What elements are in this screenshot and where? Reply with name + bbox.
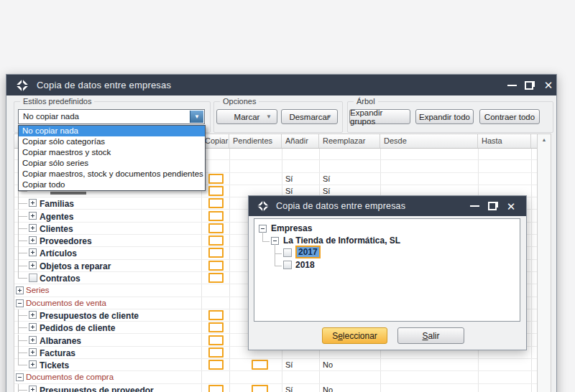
chevron-down-icon: ▼ [194, 114, 200, 120]
tree-item-label[interactable]: Facturas [40, 348, 75, 358]
anadir-value: Sí [285, 386, 293, 392]
expand-plus-icon[interactable] [29, 199, 37, 207]
tree-row-tickets[interactable]: TicketsSíNo [14, 359, 537, 371]
dialog-titlebar[interactable]: Copia de datos entre empresas ✕ [249, 196, 526, 216]
column-header-desde[interactable]: Desde [380, 134, 478, 148]
dialog-tree-row-2018[interactable]: 2018 [254, 259, 520, 271]
copiar-checkbox[interactable] [208, 273, 224, 283]
dialog-restore-button[interactable] [484, 196, 502, 216]
tree-item-label[interactable]: Albaranes [40, 336, 81, 346]
tree-connector [18, 241, 27, 241]
collapse-minus-icon[interactable] [16, 373, 24, 381]
tree-item-label[interactable]: Clientes [40, 224, 73, 234]
tree-item-label[interactable]: Presupuestos de cliente [40, 311, 139, 321]
tree-connector [18, 365, 27, 365]
tree-item-label[interactable]: Proveedores [40, 236, 92, 246]
copiar-checkbox[interactable] [208, 223, 224, 233]
expandir-todo-button[interactable]: Expandir todo [415, 109, 474, 124]
expand-plus-icon[interactable] [29, 248, 37, 256]
tree-group-label[interactable]: Documentos de compra [26, 373, 114, 381]
pendientes-checkbox[interactable] [252, 360, 268, 370]
close-button[interactable]: ✕ [540, 75, 557, 95]
dropdown-option-no-copiar-nada[interactable]: No copiar nada [19, 126, 205, 136]
expand-plus-icon[interactable] [29, 261, 37, 269]
copiar-checkbox[interactable] [208, 174, 224, 184]
tree-item-label[interactable]: Contratos [40, 274, 80, 284]
copiar-checkbox[interactable] [208, 310, 224, 320]
tree-group-label[interactable]: Series [26, 286, 50, 294]
dropdown-option-copiar-todo[interactable]: Copiar todo [19, 179, 205, 190]
copiar-checkbox[interactable] [208, 360, 224, 370]
minimize-button[interactable] [504, 75, 520, 95]
tree-checkbox-icon[interactable] [283, 261, 292, 269]
expand-plus-icon[interactable] [29, 336, 37, 344]
column-header-reemplazar[interactable]: Reemplazar [319, 134, 380, 148]
main-titlebar[interactable]: Copia de datos entre empresas ✕ [6, 75, 556, 95]
restore-button[interactable] [521, 75, 538, 95]
dialog-tree-label[interactable]: 2018 [295, 260, 315, 270]
tree-item-label[interactable]: Pedidos de cliente [40, 323, 115, 333]
styles-combobox-value: No copiar nada [23, 112, 79, 121]
dialog-tree-row-empresas[interactable]: Empresas [254, 223, 520, 235]
salir-button[interactable]: Salir [397, 327, 464, 344]
expand-plus-icon[interactable] [29, 386, 37, 392]
copiar-checkbox[interactable] [208, 335, 224, 345]
dropdown-option-copiar-maestros-stock-y-documentos-pendientes[interactable]: Copiar maestros, stock y documentos pend… [19, 169, 205, 179]
desmarcar-button[interactable]: Desmarcar ▼ [281, 109, 338, 124]
pendientes-checkbox[interactable] [252, 385, 268, 392]
tree-item-label[interactable]: Familias [40, 199, 74, 209]
combobox-dropdown-button[interactable]: ▼ [190, 111, 203, 123]
tree-checkbox-icon[interactable] [29, 274, 37, 282]
dropdown-option-copiar-solo-categorias[interactable]: Copiar sólo categorías [19, 136, 205, 147]
tree-item-label[interactable]: Objetos a reparar [40, 261, 111, 271]
copiar-checkbox[interactable] [208, 198, 224, 208]
copiar-checkbox[interactable] [208, 211, 224, 221]
expand-plus-icon[interactable] [29, 323, 37, 331]
scroll-up-icon[interactable]: ▲ [538, 137, 551, 142]
collapse-minus-icon[interactable] [16, 299, 24, 307]
copiar-checkbox[interactable] [208, 186, 224, 196]
tree-row-documentos-de-compra[interactable]: Documentos de compra [14, 371, 537, 383]
copiar-checkbox[interactable] [208, 322, 224, 332]
vertical-scrollbar[interactable]: ▲ [537, 134, 551, 392]
tree-group-label[interactable]: Documentos de venta [26, 299, 106, 307]
dialog-minimize-button[interactable] [466, 196, 482, 216]
expand-plus-icon[interactable] [29, 236, 37, 244]
styles-combobox[interactable]: No copiar nada ▼ [18, 109, 205, 124]
marcar-button[interactable]: Marcar ▼ [216, 109, 277, 124]
tree-item-label[interactable]: Artículos [40, 248, 77, 258]
expandir-grupos-button[interactable]: Expandir grupos [349, 109, 410, 124]
expand-plus-icon[interactable] [16, 286, 24, 294]
expand-plus-icon[interactable] [29, 224, 37, 232]
seleccionar-button[interactable]: Seleccionar [322, 327, 387, 344]
anadir-value: Sí [285, 174, 293, 183]
expand-plus-icon[interactable] [29, 348, 37, 356]
dropdown-option-copiar-maestros-y-stock[interactable]: Copiar maestros y stock [19, 147, 205, 158]
dialog-close-button[interactable]: ✕ [502, 196, 520, 216]
dialog-tree-row-la-tienda-de-informatica-sl[interactable]: La Tienda de Informática, SL [254, 235, 520, 247]
expand-plus-icon[interactable] [29, 360, 37, 368]
tree-item-label[interactable]: Agentes [40, 212, 73, 222]
dialog-tree-selected-label[interactable]: 2017 [295, 246, 321, 258]
tree-checkbox-icon[interactable] [283, 248, 292, 257]
copiar-checkbox[interactable] [208, 235, 224, 246]
column-header-pendientes[interactable]: Pendientes [229, 134, 282, 148]
dialog-tree-label[interactable]: La Tienda de Informática, SL [283, 235, 400, 246]
column-header-anadir[interactable]: Añadir [282, 134, 319, 148]
copiar-checkbox[interactable] [208, 385, 224, 392]
tree-connector [18, 228, 27, 229]
dialog-tree-label[interactable]: Empresas [271, 223, 312, 233]
dialog-tree-row-2017[interactable]: 2017 [254, 247, 520, 259]
expand-plus-icon[interactable] [29, 212, 37, 220]
copiar-checkbox[interactable] [208, 347, 224, 358]
copiar-checkbox[interactable] [208, 248, 224, 258]
dropdown-option-copiar-solo-series[interactable]: Copiar sólo series [19, 158, 205, 169]
tree-connector [275, 256, 275, 266]
expand-plus-icon[interactable] [29, 311, 37, 319]
tree-item-label[interactable]: Presupuestos de proveedor [40, 386, 154, 392]
column-header-hasta[interactable]: Hasta [478, 134, 531, 148]
copiar-checkbox[interactable] [208, 261, 224, 271]
contraer-todo-button[interactable]: Contraer todo [479, 109, 540, 124]
tree-row-presupuestos-de-proveedor[interactable]: Presupuestos de proveedorSíNo [14, 384, 537, 392]
tree-item-label[interactable]: Tickets [40, 360, 69, 370]
